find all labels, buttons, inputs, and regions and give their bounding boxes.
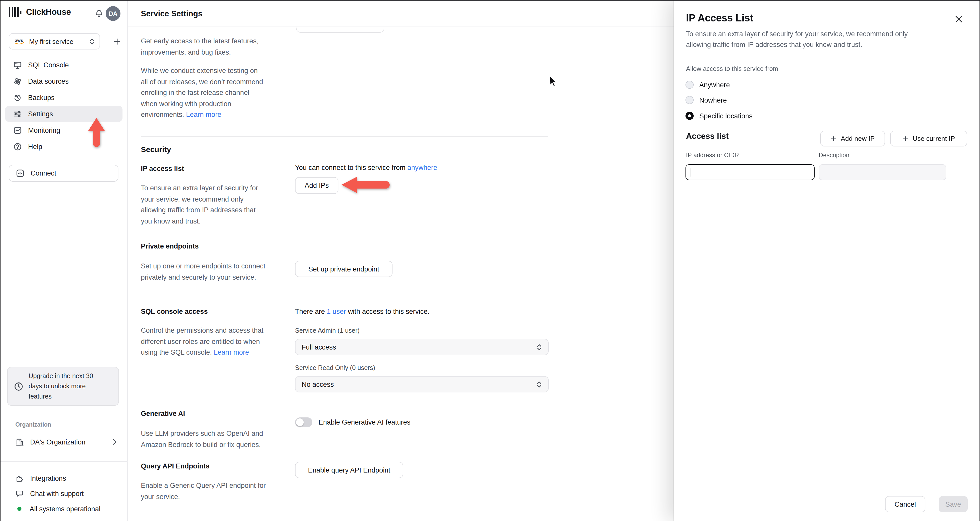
radio-label: Specific locations [699,112,752,120]
organization-row[interactable]: DA's Organization [15,434,118,450]
monitoring-icon [13,126,22,135]
sidebar-item-label: Settings [28,110,53,118]
access-list-heading: Access list [686,132,729,141]
service-readonly-select[interactable]: No access [295,376,549,392]
description-field-label: Description [819,152,850,159]
window-edge-right [979,0,980,521]
window-edge-left [0,0,1,521]
sidebar-item-label: Data sources [28,77,68,85]
add-new-ip-label: Add new IP [841,135,875,142]
toggle-knob [296,418,304,426]
private-endpoints-description: Set up one or more endpoints to connect … [141,261,266,283]
generative-ai-toggle[interactable] [295,418,312,427]
generative-ai-toggle-label: Enable Generative AI features [318,418,410,426]
settings-icon [13,110,22,118]
learn-more-link[interactable]: Learn more [214,348,249,356]
description-input[interactable] [819,164,946,180]
organization-name: DA's Organization [30,438,106,446]
one-user-link[interactable]: 1 user [327,308,346,315]
radio-anywhere[interactable]: Anywhere [686,81,730,89]
user-avatar[interactable]: DA [106,6,121,21]
radio-specific-locations[interactable]: Specific locations [686,112,752,120]
sql-console-access-description: Control the permissions and access that … [141,325,263,358]
window-edge-top [0,0,980,1]
release-channel-select-cutoff[interactable] [296,27,384,33]
brand: ClickHouse [9,6,71,17]
sidebar-divider [0,461,127,462]
enable-query-api-button[interactable]: Enable query API Endpoint [295,462,403,478]
close-icon[interactable] [955,15,964,24]
service-admin-label: Service Admin (1 user) [295,327,360,334]
notifications-bell-icon[interactable] [94,9,103,20]
chat-bubble-icon [15,489,24,498]
add-ips-button[interactable]: Add IPs [295,177,339,194]
system-status-row[interactable]: All systems operational [15,501,100,516]
fast-release-description-2: While we conduct extensive testing on al… [141,65,263,120]
chevron-updown-icon [89,38,95,44]
ip-address-input[interactable] [686,164,815,180]
service-admin-select[interactable]: Full access [295,339,549,355]
connect-icon [16,169,24,178]
plus-icon [902,135,908,141]
chevron-updown-icon [536,381,542,388]
sidebar-item-sql-console[interactable]: SQL Console [5,57,123,73]
fast-release-description-1: Get early access to the latest features,… [141,36,259,58]
generative-ai-toggle-row: Enable Generative AI features [295,418,410,427]
section-divider [141,136,548,137]
security-section-heading: Security [141,145,171,154]
service-admin-value: Full access [302,343,336,351]
text-caret [690,168,691,176]
annotation-arrow-up [86,117,107,148]
mouse-cursor [548,75,559,87]
radio-nowhere[interactable]: Nowhere [686,96,727,104]
service-readonly-value: No access [302,380,334,388]
radio-label: Anywhere [699,81,730,89]
sidebar-item-label: SQL Console [28,61,69,68]
page-title: Service Settings [141,9,202,18]
app-window: ClickHouse DA aws My first service [0,0,980,521]
anywhere-link[interactable]: anywhere [407,164,437,172]
query-api-description: Enable a Generic Query API endpoint for … [141,480,266,502]
sidebar-item-label: Backups [28,94,55,101]
connect-label: Connect [30,169,56,177]
cancel-button[interactable]: Cancel [885,496,925,512]
sidebar-item-label: Help [28,143,42,150]
sql-console-icon [13,60,22,69]
service-selector[interactable]: aws My first service [9,33,100,49]
add-new-ip-button[interactable]: Add new IP [820,131,885,146]
upgrade-banner[interactable]: Upgrade in the next 30 days to unlock mo… [7,367,119,406]
ip-access-list-description: To ensure an extra layer of security for… [141,183,258,227]
setup-private-endpoint-button[interactable]: Set up private endpoint [295,261,393,277]
sidebar-item-data-sources[interactable]: Data sources [5,73,123,89]
radio-label: Nowhere [699,96,727,104]
sidebar-item-chat-support[interactable]: Chat with support [15,486,84,501]
ip-field-label: IP address or CIDR [686,152,739,159]
ip-connect-sentence: You can connect to this service from any… [295,164,437,172]
generative-ai-description: Use LLM providers such as OpenAI and Ama… [141,428,263,450]
service-readonly-label: Service Read Only (0 users) [295,364,375,372]
annotation-arrow-left [340,175,392,194]
radio-circle-icon [686,96,694,104]
clickhouse-logo-icon [9,6,21,17]
use-current-ip-label: Use current IP [913,135,955,142]
aws-logo-text: aws [15,38,23,43]
sidebar-item-label: Monitoring [28,126,60,134]
integrations-puzzle-icon [15,474,24,483]
radio-circle-selected-icon [686,112,694,120]
backups-icon [13,93,22,102]
panel-description: To ensure an extra layer of security for… [686,29,962,50]
ip-access-list-panel: IP Access List To ensure an extra layer … [674,0,980,521]
allow-access-label: Allow access to this service from [686,65,778,73]
connect-button[interactable]: Connect [9,165,118,182]
sql-console-access-heading: SQL console access [141,308,208,315]
sql-console-users-sentence: There are 1 user with access to this ser… [295,308,430,315]
sidebar-item-label: Integrations [30,474,66,482]
radio-circle-icon [686,81,694,89]
use-current-ip-button[interactable]: Use current IP [890,131,967,146]
data-sources-icon [13,77,22,86]
aws-logo-icon: aws [14,38,25,45]
learn-more-link[interactable]: Learn more [186,111,221,118]
sidebar-item-backups[interactable]: Backups [5,89,123,106]
add-service-button[interactable] [110,35,124,48]
sidebar-item-integrations[interactable]: Integrations [15,470,66,486]
